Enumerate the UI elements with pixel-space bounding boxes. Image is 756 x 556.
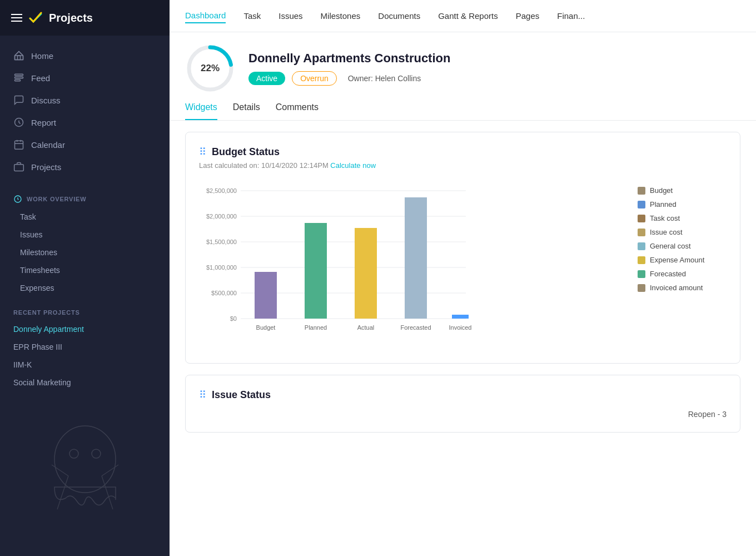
recent-project-epr[interactable]: EPR Phase III [0, 338, 170, 356]
sidebar-item-expenses[interactable]: Expenses [0, 279, 170, 297]
content-area: ⠿ Budget Status Last calculated on: 10/1… [170, 121, 756, 556]
legend-invoiced-label: Invoiced amount [650, 284, 703, 292]
budget-chart: $2,500,000 $2,000,000 $1,500,000 $1,000,… [199, 181, 477, 348]
sidebar-item-report-label: Report [31, 118, 56, 127]
sidebar-item-feed-label: Feed [31, 73, 50, 83]
chart-legend: Budget Planned Task cost Issue cost [638, 181, 727, 350]
svg-line-12 [102, 476, 113, 509]
svg-rect-2 [15, 77, 23, 78]
project-title: Donnelly Apartments Construction [248, 51, 450, 66]
recent-project-donnely[interactable]: Donnely Appartment [0, 320, 170, 338]
bar-budget [255, 272, 277, 319]
tab-pages[interactable]: Pages [516, 9, 540, 23]
svg-line-11 [57, 476, 68, 509]
legend-expense-label: Expense Amount [650, 256, 704, 264]
recent-projects-section: RECENT PROJECTS [0, 301, 170, 320]
sidebar-title: Projects [49, 12, 93, 24]
tab-issues[interactable]: Issues [278, 9, 302, 23]
svg-rect-0 [15, 56, 23, 60]
issue-widget-title: Issue Status [212, 389, 271, 401]
legend-taskcost-color [638, 215, 645, 222]
calendar-icon [13, 139, 24, 150]
tab-task[interactable]: Task [243, 9, 261, 23]
legend-forecasted-label: Forecasted [650, 270, 686, 278]
sub-tab-details[interactable]: Details [233, 102, 260, 120]
sub-tab-widgets[interactable]: Widgets [185, 102, 217, 120]
legend-invoiced-color [638, 284, 645, 292]
tab-milestones[interactable]: Milestones [321, 9, 361, 23]
legend-issuecost: Issue cost [638, 228, 727, 236]
legend-expense: Expense Amount [638, 256, 727, 264]
bar-actual [355, 228, 377, 319]
recent-project-iimk[interactable]: IIM-K [0, 356, 170, 374]
sidebar-item-timesheets[interactable]: Timesheets [0, 261, 170, 279]
sidebar-item-calendar-label: Calendar [31, 140, 65, 150]
overrun-badge: Overrun [292, 71, 337, 86]
legend-planned: Planned [638, 200, 727, 209]
budget-status-widget: ⠿ Budget Status Last calculated on: 10/1… [185, 132, 740, 364]
sidebar-item-issues[interactable]: Issues [0, 226, 170, 244]
work-overview-icon [13, 195, 22, 203]
top-nav: Dashboard Task Issues Milestones Documen… [170, 0, 756, 32]
legend-planned-color [638, 201, 645, 209]
sidebar-item-home[interactable]: Home [0, 44, 170, 67]
svg-point-9 [69, 449, 78, 458]
tab-documents[interactable]: Documents [378, 9, 420, 23]
hamburger-icon[interactable] [11, 14, 22, 22]
svg-rect-1 [15, 74, 23, 76]
owner-text: Owner: Helen Collins [348, 74, 421, 83]
svg-rect-5 [15, 141, 23, 149]
svg-rect-6 [14, 165, 24, 171]
legend-budget-label: Budget [650, 186, 673, 195]
svg-text:$500,000: $500,000 [211, 290, 237, 296]
tab-dashboard[interactable]: Dashboard [185, 8, 226, 23]
calculate-now-link[interactable]: Calculate now [330, 161, 376, 170]
recent-projects-label: RECENT PROJECTS [13, 309, 80, 316]
legend-generalcost-label: General cost [650, 242, 691, 250]
legend-invoiced: Invoiced amount [638, 284, 727, 292]
sidebar-item-milestones[interactable]: Milestones [0, 244, 170, 261]
issue-widget-header: ⠿ Issue Status [199, 389, 727, 401]
sub-tab-comments[interactable]: Comments [276, 102, 319, 120]
tab-gantt[interactable]: Gantt & Reports [438, 9, 498, 23]
bar-invoiced [452, 315, 469, 319]
sidebar-item-projects[interactable]: Projects [0, 156, 170, 178]
home-icon [13, 50, 24, 61]
issue-grid-icon: ⠿ [199, 389, 206, 401]
chart-area: $2,500,000 $2,000,000 $1,500,000 $1,000,… [199, 181, 727, 350]
budget-grid-icon: ⠿ [199, 146, 206, 158]
reopen-text: Reopen - 3 [688, 410, 727, 419]
feed-icon [13, 72, 24, 83]
projects-icon [13, 161, 24, 172]
ghost-figure [41, 420, 130, 523]
svg-text:$2,000,000: $2,000,000 [206, 213, 237, 220]
svg-rect-3 [15, 80, 21, 81]
legend-taskcost: Task cost [638, 214, 727, 222]
recent-project-social[interactable]: Social Marketing [0, 374, 170, 391]
svg-point-8 [54, 426, 116, 493]
progress-ring: 22% [185, 43, 235, 93]
sidebar-item-discuss-label: Discuss [31, 96, 61, 105]
legend-taskcost-label: Task cost [650, 214, 680, 222]
sidebar-header: Projects [0, 0, 170, 36]
project-header: 22% Donnelly Apartments Construction Act… [170, 32, 756, 93]
legend-forecasted-color [638, 270, 645, 278]
legend-forecasted: Forecasted [638, 270, 727, 278]
budget-widget-header: ⠿ Budget Status [199, 146, 727, 158]
sidebar-item-task[interactable]: Task [0, 208, 170, 226]
sidebar-item-discuss[interactable]: Discuss [0, 89, 170, 111]
legend-budget-color [638, 187, 645, 195]
logo-icon [28, 10, 43, 26]
tab-finan[interactable]: Finan... [557, 9, 585, 23]
legend-generalcost-color [638, 242, 645, 250]
svg-point-10 [92, 449, 101, 458]
sidebar-item-report[interactable]: Report [0, 111, 170, 133]
chart-bars-wrapper: $2,500,000 $2,000,000 $1,500,000 $1,000,… [199, 181, 626, 350]
sidebar-item-feed[interactable]: Feed [0, 67, 170, 89]
sidebar-item-home-label: Home [31, 51, 53, 61]
sidebar-item-projects-label: Projects [31, 162, 61, 172]
svg-text:$1,500,000: $1,500,000 [206, 239, 237, 245]
main-content: Dashboard Task Issues Milestones Documen… [170, 0, 756, 556]
work-overview-section: WORK OVERVIEW [0, 187, 170, 208]
sidebar-item-calendar[interactable]: Calendar [0, 133, 170, 156]
